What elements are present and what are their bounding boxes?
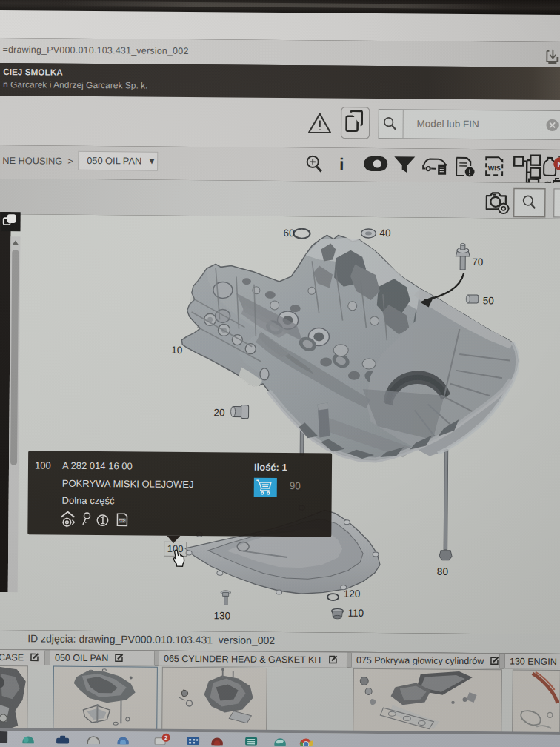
svg-text:N: N (558, 160, 560, 168)
svg-text:80: 80 (437, 566, 448, 577)
svg-text:WIS: WIS (119, 519, 126, 523)
svg-text:20: 20 (213, 407, 224, 418)
svg-text:70: 70 (472, 256, 483, 268)
svg-text:WIS: WIS (488, 165, 501, 172)
svg-text:40: 40 (379, 228, 390, 239)
svg-text:i: i (339, 155, 344, 174)
svg-text:2: 2 (164, 734, 168, 741)
svg-text:10: 10 (171, 345, 182, 356)
svg-text:110: 110 (347, 608, 364, 619)
svg-text:130: 130 (213, 610, 230, 621)
svg-text:120: 120 (344, 588, 361, 600)
svg-text:50: 50 (483, 295, 494, 306)
svg-text:60: 60 (283, 228, 294, 239)
